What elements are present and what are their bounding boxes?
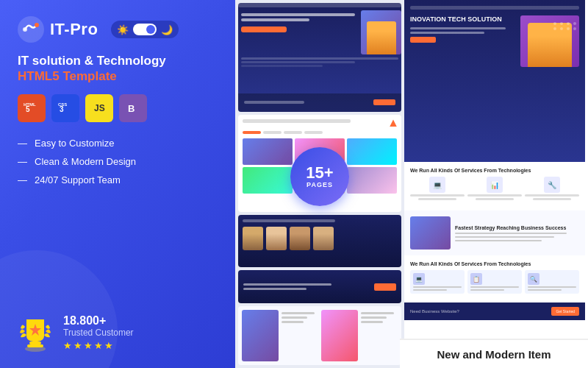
preview-line-1 (241, 57, 398, 60)
trusted-number: 18.800+ (63, 314, 134, 328)
news-line-3 (282, 321, 304, 323)
preview-hero-section (238, 10, 401, 54)
service-label-2b (476, 198, 514, 200)
trusted-section: 18.800+ Trusted Customer ★ ★ ★ ★ ★ (18, 314, 218, 352)
service-card-2: 📋 (467, 270, 522, 294)
svc-icon-1: 💻 (413, 273, 425, 285)
svg-point-2 (35, 23, 39, 27)
right-preview-column: INOVATION TECH SOLUTION (404, 0, 585, 368)
preview-footer-line (244, 101, 304, 104)
features-list: Easy to Customize Clean & Modern Design … (18, 134, 218, 189)
rh-line-1 (410, 27, 506, 29)
star-2: ★ (74, 340, 82, 351)
sun-icon: ☀️ (117, 24, 129, 35)
theme-toggle[interactable]: ☀️ 🌙 (111, 21, 179, 38)
news-image-1 (242, 310, 279, 361)
right-services-section: We Run All Kinds Of Services From Techno… (404, 162, 585, 210)
dot (560, 22, 563, 25)
footer-cta-button[interactable]: Get Started (551, 307, 579, 316)
trophy-icon (18, 314, 53, 352)
preview-mid-title (243, 119, 351, 123)
svg-rect-10 (29, 342, 41, 344)
strategy-text: Fastest Strategy Reaching Business Succe… (455, 225, 579, 241)
right-strategy-section: Fastest Strategy Reaching Business Succe… (404, 210, 585, 255)
svg-text:JS: JS (94, 103, 105, 113)
svc-line-1b (413, 289, 447, 291)
service-label-3b (533, 198, 571, 200)
svc-line-2 (470, 286, 519, 288)
service-card-3: 🔍 (525, 270, 579, 294)
bottom-label-bar: New and Modern Item (400, 339, 588, 368)
dot (553, 22, 556, 25)
preview-text-line-1 (241, 13, 355, 16)
right-nav-bar (410, 6, 579, 10)
services-title: We Run All Kinds Of Services From Techno… (410, 168, 579, 173)
preview-cta-button (241, 26, 287, 32)
preview-hero-text-block (238, 10, 358, 54)
star-3: ★ (84, 340, 93, 351)
feature-item-3: 24/07 Support Team (18, 171, 218, 189)
svc-line-3b (528, 289, 562, 291)
news-line-4 (361, 312, 394, 314)
svg-point-9 (25, 346, 46, 352)
css-badge: 3CSS (51, 94, 79, 122)
svg-text:HTML: HTML (24, 102, 36, 107)
preview-mid-header (243, 119, 397, 127)
tab-3 (284, 131, 302, 134)
svc-icon-3: 🔍 (528, 273, 539, 285)
feature-item-1: Easy to Customize (18, 134, 218, 152)
right-footer: Need Business Website? Get Started (404, 302, 585, 320)
svg-point-1 (23, 27, 27, 32)
dot (567, 22, 570, 25)
service-icon-3: 🔧 (544, 177, 560, 193)
preview-news-section (238, 306, 401, 365)
faq-line-1 (243, 283, 331, 286)
faq-text-block (243, 283, 370, 290)
preview-team-section (238, 215, 401, 267)
dot (573, 27, 576, 30)
team-photo-4 (313, 227, 334, 250)
news-line-6 (361, 321, 383, 323)
svg-rect-11 (27, 344, 43, 347)
tab-1 (243, 131, 261, 134)
right-services2-section: We Run All Kinds Of Services From Techno… (404, 255, 585, 302)
services-grid: 💻 📊 🔧 (410, 177, 579, 200)
svc-line-3 (528, 286, 576, 288)
case-cell-4 (243, 167, 293, 194)
decoration-dots (553, 22, 578, 30)
case-cell-3 (347, 138, 397, 165)
preview-line-3 (241, 65, 323, 67)
rh-line-2 (410, 32, 484, 34)
right-hero-preview: INOVATION TECH SOLUTION (404, 0, 585, 162)
service-icon-1: 💻 (429, 177, 445, 193)
new-item-label: New and Modern Item (437, 348, 551, 361)
strategy-title: Fastest Strategy Reaching Business Succe… (455, 225, 579, 230)
trusted-label: Trusted Customer (63, 328, 134, 338)
svg-text:CSS: CSS (58, 102, 67, 107)
service-label-1b (418, 198, 456, 200)
tab-2 (263, 131, 282, 134)
svc-line-1 (413, 286, 462, 288)
team-photo-2 (266, 227, 287, 250)
product-title-line1: IT solution & Technology (18, 53, 218, 69)
strategy-line-3 (455, 240, 542, 241)
pages-label: PAGES (306, 181, 333, 188)
preview-footer-btn (373, 99, 395, 105)
services2-grid: 💻 📋 🔍 (410, 270, 579, 294)
right-content: 15+ PAGES (235, 0, 588, 339)
preview-footer-bar (238, 93, 401, 112)
js-badge: JS (85, 94, 113, 122)
moon-icon: 🌙 (161, 24, 173, 35)
case-cell-1 (243, 138, 293, 165)
service-icon-2: 📊 (487, 177, 503, 193)
case-cell-6 (347, 167, 397, 194)
dot (553, 27, 556, 30)
service-label-3 (525, 194, 579, 197)
svc-icon-2: 📋 (470, 273, 482, 285)
pages-number: 15+ (306, 165, 333, 181)
preview-tabs (243, 131, 397, 134)
services2-title: We Run All Kinds Of Services From Techno… (410, 261, 579, 266)
svg-point-0 (18, 16, 44, 43)
tech-badges: 5HTML 3CSS JS B (18, 94, 218, 122)
service-item-3: 🔧 (525, 177, 579, 200)
